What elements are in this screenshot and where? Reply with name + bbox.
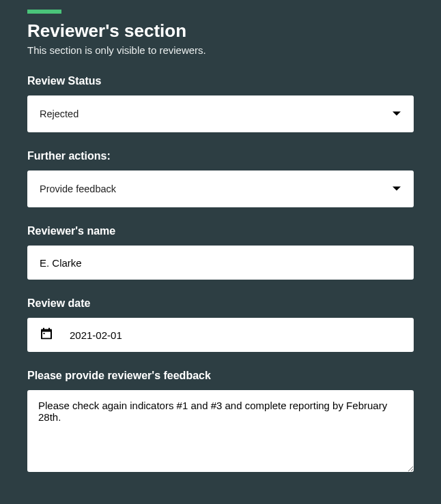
review-date-label: Review date: [27, 297, 414, 310]
review-date-wrap: [27, 318, 414, 352]
accent-bar: [27, 10, 61, 14]
further-actions-group: Further actions: Provide feedback: [27, 150, 414, 207]
reviewer-name-label: Reviewer's name: [27, 225, 414, 237]
review-date-input[interactable]: [27, 318, 414, 352]
svg-rect-1: [42, 332, 51, 338]
review-status-select[interactable]: Rejected: [27, 95, 414, 132]
svg-rect-2: [43, 328, 44, 331]
feedback-label: Please provide reviewer's feedback: [27, 370, 414, 382]
reviewer-name-input[interactable]: [27, 246, 414, 280]
feedback-textarea[interactable]: [27, 390, 414, 472]
reviewer-name-group: Reviewer's name: [27, 225, 414, 280]
section-title: Reviewer's section: [27, 20, 414, 42]
further-actions-value: Provide feedback: [40, 183, 116, 194]
svg-rect-4: [44, 333, 45, 334]
further-actions-select-wrap: Provide feedback: [27, 171, 414, 207]
feedback-group: Please provide reviewer's feedback: [27, 370, 414, 475]
review-date-group: Review date: [27, 297, 414, 352]
review-status-value: Rejected: [40, 108, 79, 119]
calendar-icon: [41, 328, 52, 342]
svg-rect-3: [48, 328, 50, 331]
review-status-group: Review Status Rejected: [27, 75, 414, 132]
review-status-label: Review Status: [27, 75, 414, 87]
section-subtitle: This section is only visible to reviewer…: [27, 44, 414, 56]
further-actions-select[interactable]: Provide feedback: [27, 171, 414, 207]
review-status-select-wrap: Rejected: [27, 95, 414, 132]
further-actions-label: Further actions:: [27, 150, 414, 162]
